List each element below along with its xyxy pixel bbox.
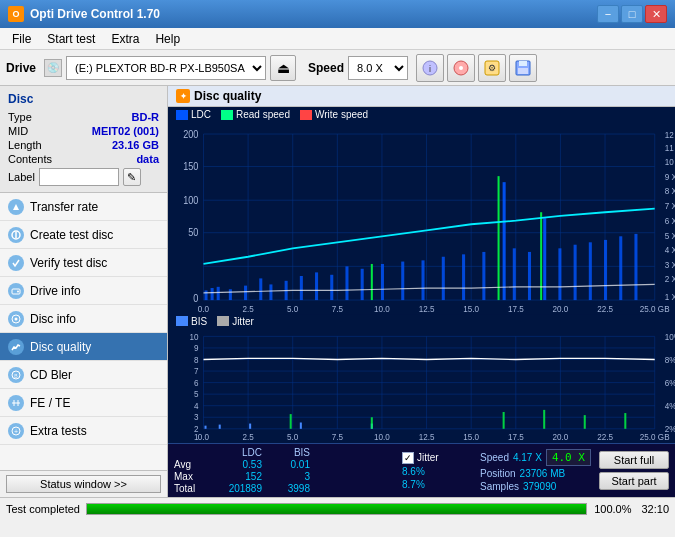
start-buttons: Start full Start part <box>599 451 669 490</box>
col-bis-header: BIS <box>270 447 310 458</box>
samples-value: 379090 <box>523 481 556 492</box>
svg-text:12.5: 12.5 <box>419 433 435 442</box>
total-bis-val: 3998 <box>270 483 310 494</box>
svg-rect-75 <box>300 276 303 300</box>
disc-contents-label: Contents <box>8 153 52 165</box>
legend-ldc: LDC <box>176 109 211 120</box>
samples-row: Samples 379090 <box>480 481 591 492</box>
svg-rect-94 <box>619 236 622 300</box>
chart-area: ✦ Disc quality LDC Read speed Write spee… <box>168 86 675 497</box>
position-value: 23706 MB <box>520 468 566 479</box>
maximize-button[interactable]: □ <box>621 5 643 23</box>
disc-contents-row: Contents data <box>8 152 159 166</box>
nav-label-drive: Drive info <box>30 284 81 298</box>
svg-text:5.0: 5.0 <box>287 433 299 442</box>
svg-text:6%: 6% <box>665 378 675 387</box>
svg-text:⚙: ⚙ <box>488 63 496 73</box>
toolbar-btn-2[interactable] <box>447 54 475 82</box>
close-button[interactable]: ✕ <box>645 5 667 23</box>
bottom-chart-svg: 10 9 8 7 6 5 4 3 2 1 10% 8% 6% 4% 2% <box>168 328 675 444</box>
nav-disc-quality[interactable]: Disc quality <box>0 333 167 361</box>
toolbar-btn-3[interactable]: ⚙ <box>478 54 506 82</box>
svg-rect-83 <box>442 257 445 300</box>
svg-text:10: 10 <box>189 332 198 341</box>
position-row: Position 23706 MB <box>480 468 591 479</box>
svg-text:15.0: 15.0 <box>463 433 479 442</box>
svg-text:22.5: 22.5 <box>597 303 613 314</box>
svg-text:10.0: 10.0 <box>374 433 390 442</box>
svg-rect-88 <box>528 252 531 300</box>
jitter-checkbox[interactable]: ✓ <box>402 452 414 464</box>
nav-disc-info[interactable]: Disc info <box>0 305 167 333</box>
nav-drive-info[interactable]: Drive info <box>0 277 167 305</box>
svg-text:10.0: 10.0 <box>374 303 390 314</box>
svg-text:+: + <box>14 427 18 434</box>
legend-write-label: Write speed <box>315 109 368 120</box>
speed-value: 4.17 X <box>513 452 542 463</box>
disc-type-value: BD-R <box>132 111 160 123</box>
svg-text:20.0: 20.0 <box>553 433 569 442</box>
jitter-avg-val: 8.6% <box>402 466 472 477</box>
minimize-button[interactable]: − <box>597 5 619 23</box>
svg-rect-146 <box>205 425 207 428</box>
stats-max-row: Max 152 3 <box>174 471 394 482</box>
svg-rect-95 <box>634 234 637 300</box>
legend-read-color <box>221 110 233 120</box>
start-part-button[interactable]: Start part <box>599 472 669 490</box>
menu-bar: File Start test Extra Help <box>0 28 675 50</box>
jitter-section: ✓ Jitter 8.6% 8.7% <box>402 452 472 490</box>
stats-headers: LDC BIS <box>174 447 394 458</box>
disc-label-text: Label <box>8 171 35 183</box>
svg-text:7.5: 7.5 <box>332 433 344 442</box>
top-chart-container: 200 150 100 50 0 12 X 11 X 10 X 9 X 8 X … <box>168 122 675 315</box>
drive-select[interactable]: (E:) PLEXTOR BD-R PX-LB950SA 1.04 <box>66 56 266 80</box>
svg-text:3 X: 3 X <box>665 259 675 270</box>
svg-rect-91 <box>574 245 577 300</box>
disc-label-input[interactable] <box>39 168 119 186</box>
samples-label: Samples <box>480 481 519 492</box>
nav-cd-bler[interactable]: B CD Bler <box>0 361 167 389</box>
progress-fill <box>87 504 586 514</box>
toolbar-btn-save[interactable] <box>509 54 537 82</box>
svg-text:0.0: 0.0 <box>198 303 209 314</box>
svg-text:i: i <box>429 64 431 74</box>
svg-rect-79 <box>361 269 364 300</box>
svg-rect-77 <box>330 275 333 300</box>
speed-select[interactable]: 8.0 X <box>348 56 408 80</box>
start-full-button[interactable]: Start full <box>599 451 669 469</box>
toolbar-btn-1[interactable]: i <box>416 54 444 82</box>
status-window-button[interactable]: Status window >> <box>6 475 161 493</box>
nav-verify-test[interactable]: Verify test disc <box>0 249 167 277</box>
nav-create-test[interactable]: Create test disc <box>0 221 167 249</box>
progress-percent: 100.0% <box>593 503 631 515</box>
menu-file[interactable]: File <box>4 30 39 48</box>
svg-text:50: 50 <box>188 227 199 239</box>
nav-extra-tests[interactable]: + Extra tests <box>0 417 167 445</box>
disc-info-section: Disc Type BD-R MID MEIT02 (001) Length 2… <box>0 86 167 193</box>
legend-write-color <box>300 110 312 120</box>
sidebar: Disc Type BD-R MID MEIT02 (001) Length 2… <box>0 86 168 497</box>
status-bar: Test completed 100.0% 32:10 <box>0 497 675 519</box>
nav-fe-te[interactable]: FE / TE <box>0 389 167 417</box>
eject-button[interactable]: ⏏ <box>270 55 296 81</box>
svg-text:7 X: 7 X <box>665 200 675 211</box>
nav-transfer-rate[interactable]: Transfer rate <box>0 193 167 221</box>
menu-extra[interactable]: Extra <box>103 30 147 48</box>
svg-text:B: B <box>14 372 18 378</box>
stats-total-row: Total 201889 3998 <box>174 483 394 494</box>
svg-text:3: 3 <box>194 413 199 422</box>
legend-read-label: Read speed <box>236 109 290 120</box>
disc-label-edit-button[interactable]: ✎ <box>123 168 141 186</box>
disc-contents-value: data <box>136 153 159 165</box>
svg-text:7.5: 7.5 <box>332 303 343 314</box>
nav-label-verify: Verify test disc <box>30 256 107 270</box>
menu-help[interactable]: Help <box>147 30 188 48</box>
max-bis-val: 3 <box>270 471 310 482</box>
svg-text:0.0: 0.0 <box>198 433 210 442</box>
menu-start-test[interactable]: Start test <box>39 30 103 48</box>
legend-jitter: Jitter <box>217 316 254 327</box>
svg-rect-87 <box>513 248 516 300</box>
legend-ldc-label: LDC <box>191 109 211 120</box>
disc-length-row: Length 23.16 GB <box>8 138 159 152</box>
svg-text:25.0 GB: 25.0 GB <box>640 433 670 442</box>
